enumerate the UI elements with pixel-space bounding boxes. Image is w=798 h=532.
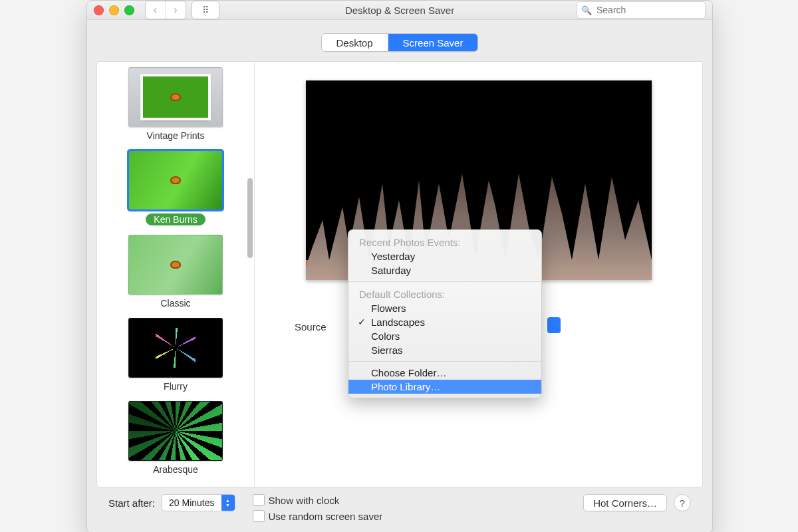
menu-item-saturday[interactable]: Saturday bbox=[348, 263, 541, 277]
right-controls: Hot Corners… ? bbox=[583, 494, 691, 511]
menu-item-flowers[interactable]: Flowers bbox=[348, 301, 541, 315]
menu-section-recent: Recent Photos Events: bbox=[348, 234, 541, 249]
tab-desktop[interactable]: Desktop bbox=[322, 34, 388, 51]
saver-classic[interactable]: Classic bbox=[128, 235, 223, 309]
scrollbar-thumb[interactable] bbox=[247, 178, 253, 258]
saver-label: Arabesque bbox=[128, 464, 223, 475]
show-all-button[interactable]: ⠿ bbox=[192, 1, 219, 19]
forward-button[interactable]: › bbox=[166, 1, 186, 19]
menu-item-yesterday[interactable]: Yesterday bbox=[348, 249, 541, 263]
search-icon: 🔍 bbox=[581, 5, 592, 15]
saver-thumb bbox=[128, 401, 223, 461]
saver-flurry[interactable]: Flurry bbox=[128, 318, 223, 392]
saver-label: Classic bbox=[128, 298, 223, 309]
help-button[interactable]: ? bbox=[674, 494, 691, 511]
ladybug-icon bbox=[170, 261, 181, 269]
source-popup-menu[interactable]: Recent Photos Events: Yesterday Saturday… bbox=[348, 229, 542, 398]
tab-screensaver[interactable]: Screen Saver bbox=[388, 34, 478, 51]
show-with-clock-checkbox[interactable]: Show with clock bbox=[253, 494, 567, 506]
grid-icon: ⠿ bbox=[202, 5, 209, 15]
back-button[interactable]: ‹ bbox=[146, 1, 166, 19]
menu-item-photo-library[interactable]: Photo Library… bbox=[348, 380, 541, 394]
start-after-value: 20 Minutes bbox=[162, 497, 221, 508]
checkbox-label: Show with clock bbox=[269, 495, 340, 506]
panel: Vintage Prints Ken Burns Classic bbox=[96, 61, 703, 487]
saver-label: Flurry bbox=[128, 381, 223, 392]
desktop-screensaver-tabs: Desktop Screen Saver bbox=[321, 33, 479, 52]
ladybug-icon bbox=[170, 93, 181, 101]
menu-item-choose-folder[interactable]: Choose Folder… bbox=[348, 366, 541, 380]
start-after-row: Start after: 20 Minutes ▲▼ bbox=[108, 494, 235, 511]
menu-item-sierras[interactable]: Sierras bbox=[348, 343, 541, 357]
saver-thumb bbox=[128, 235, 223, 295]
saver-label: Vintage Prints bbox=[128, 130, 223, 141]
chevron-left-icon: ‹ bbox=[154, 4, 157, 15]
source-row: Source bbox=[295, 321, 327, 332]
close-window-button[interactable] bbox=[94, 5, 104, 15]
saver-arabesque[interactable]: Arabesque bbox=[128, 401, 223, 475]
menu-item-landscapes[interactable]: Landscapes bbox=[348, 315, 541, 329]
use-random-checkbox[interactable]: Use random screen saver bbox=[253, 510, 567, 522]
menu-separator bbox=[348, 281, 541, 282]
checkbox-box bbox=[253, 494, 265, 506]
menu-item-colors[interactable]: Colors bbox=[348, 329, 541, 343]
start-after-label: Start after: bbox=[108, 497, 155, 509]
source-label: Source bbox=[295, 321, 327, 332]
chevron-right-icon: › bbox=[174, 4, 177, 15]
select-stepper-icon: ▲▼ bbox=[221, 495, 235, 511]
saver-ken-burns[interactable]: Ken Burns bbox=[128, 150, 223, 225]
search-field[interactable]: 🔍 bbox=[577, 1, 706, 19]
content-area: Desktop Screen Saver Vintage Prints Ken bbox=[87, 20, 712, 532]
search-input[interactable] bbox=[595, 4, 714, 16]
preview-pane: Source Recent Photos Events: Yesterday S… bbox=[255, 62, 702, 487]
prefs-window: ‹ › ⠿ Desktop & Screen Saver 🔍 Desktop S… bbox=[86, 0, 713, 532]
traffic-lights bbox=[94, 5, 134, 15]
bottom-bar: Start after: 20 Minutes ▲▼ Show with clo… bbox=[96, 487, 703, 532]
options-checks: Show with clock Use random screen saver bbox=[253, 494, 567, 522]
hot-corners-button[interactable]: Hot Corners… bbox=[583, 494, 667, 511]
saver-thumb bbox=[128, 150, 223, 210]
minimize-window-button[interactable] bbox=[109, 5, 119, 15]
nav-back-forward: ‹ › bbox=[145, 1, 186, 19]
saver-thumb bbox=[128, 318, 223, 378]
start-after-select[interactable]: 20 Minutes ▲▼ bbox=[162, 494, 235, 511]
checkbox-label: Use random screen saver bbox=[269, 511, 383, 522]
saver-thumb bbox=[128, 67, 223, 127]
zoom-window-button[interactable] bbox=[124, 5, 134, 15]
screensaver-list[interactable]: Vintage Prints Ken Burns Classic bbox=[97, 62, 255, 487]
saver-label: Ken Burns bbox=[146, 213, 205, 225]
menu-section-default: Default Collections: bbox=[348, 286, 541, 301]
ladybug-icon bbox=[170, 176, 181, 184]
checkbox-box bbox=[253, 510, 265, 522]
source-popup-button-cap[interactable] bbox=[547, 317, 561, 333]
menu-separator bbox=[348, 361, 541, 362]
saver-vintage-prints[interactable]: Vintage Prints bbox=[128, 67, 223, 141]
titlebar: ‹ › ⠿ Desktop & Screen Saver 🔍 bbox=[87, 1, 712, 20]
